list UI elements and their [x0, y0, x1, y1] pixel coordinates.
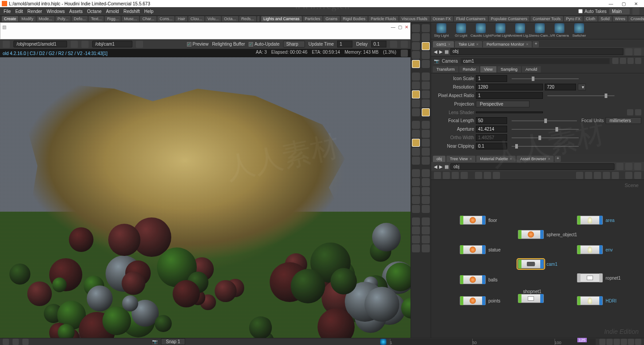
side-tool-icon[interactable]	[422, 130, 430, 138]
side-tool-icon[interactable]	[422, 51, 430, 59]
stub-close-icon[interactable]: ✕	[405, 25, 408, 30]
tl-play-icon[interactable]	[614, 339, 620, 345]
menu-assets[interactable]: Assets	[69, 9, 83, 14]
shelf-tab[interactable]: Modify	[19, 16, 36, 21]
net-wire1-icon[interactable]	[576, 172, 583, 179]
node-ropnet1[interactable]: ropnet1	[577, 273, 621, 282]
relighting-toggle[interactable]: Relighting Buffer	[212, 42, 245, 47]
net-wire2-icon[interactable]	[585, 172, 592, 179]
side-tool-icon[interactable]	[422, 244, 430, 252]
input-res-w[interactable]: 1280	[476, 84, 543, 90]
node-balls[interactable]: balls	[460, 275, 498, 284]
node-env[interactable]: env	[577, 245, 613, 254]
slider-focal[interactable]	[512, 120, 577, 121]
shelf-tab[interactable]: Container Tools	[530, 16, 563, 21]
side-tool-icon[interactable]	[412, 244, 420, 252]
tl-prev-icon[interactable]	[606, 339, 613, 345]
shelf-tool[interactable]: Stereo Cam...	[532, 23, 547, 38]
help-icon[interactable]	[635, 58, 641, 64]
param-tab-transform[interactable]: Transform	[433, 66, 458, 72]
snap-dropdown[interactable]: Snap 1	[161, 338, 185, 345]
side-tool-icon[interactable]	[422, 42, 430, 50]
play-prev-icon[interactable]	[13, 339, 19, 345]
menu-render[interactable]: Render	[27, 9, 42, 14]
side-tool-icon[interactable]	[412, 81, 420, 89]
shelf-tab[interactable]: Defo...	[72, 16, 88, 21]
rop-chooser-icon[interactable]	[3, 41, 10, 48]
menu-windows[interactable]: Windows	[47, 9, 65, 14]
shelf-tab[interactable]: Wires	[613, 16, 627, 21]
param-tab-render[interactable]: Render	[459, 66, 480, 72]
shelf-tool[interactable]: Ambient Lig...	[513, 23, 528, 38]
side-tool-icon[interactable]	[412, 235, 420, 243]
shelf-tab[interactable]: Musc...	[122, 16, 139, 21]
side-tool-icon[interactable]	[412, 205, 420, 213]
render-viewport[interactable]	[0, 57, 411, 338]
rop-expand-icon[interactable]	[71, 41, 78, 48]
input-res-h[interactable]: 720	[545, 84, 576, 90]
side-tool-icon[interactable]	[412, 33, 420, 41]
network-tab[interactable]: Asset Browser×	[517, 156, 554, 162]
cam-path-field[interactable]: /obj/cam1	[92, 41, 132, 47]
side-tool-icon[interactable]	[412, 72, 420, 81]
play-first-icon[interactable]	[3, 339, 9, 345]
shelf-tab[interactable]: Volu...	[205, 16, 221, 21]
side-tool-icon[interactable]	[412, 130, 420, 138]
side-tool-icon[interactable]	[422, 169, 430, 177]
side-tool-icon[interactable]	[412, 196, 420, 204]
add-tab-button[interactable]: +	[533, 41, 539, 47]
net-expand-icon[interactable]	[634, 163, 641, 170]
side-tool-icon[interactable]	[422, 217, 430, 226]
current-frame[interactable]: 125	[577, 338, 587, 342]
menu-redshift[interactable]: Redshift	[123, 9, 140, 14]
menu-octane[interactable]: Octane	[87, 9, 102, 14]
input-nearclip[interactable]: 0.1	[476, 143, 507, 149]
node-HDRI[interactable]: HDRI	[577, 296, 616, 305]
node-name-field[interactable]: cam1	[461, 58, 610, 64]
net-thumb-icon[interactable]	[461, 172, 468, 179]
cam-chooser-icon[interactable]	[81, 41, 89, 48]
side-tool-icon[interactable]	[422, 139, 430, 147]
res-preset-dropdown[interactable]: ▾	[578, 84, 586, 90]
shelf-tool[interactable]: Caustic Light	[473, 23, 488, 38]
side-tool-icon[interactable]	[412, 139, 420, 147]
lens-op-add-icon[interactable]	[635, 109, 641, 115]
side-tool-icon[interactable]	[412, 90, 420, 98]
shelf-tab[interactable]: Octa...	[222, 16, 238, 21]
timeline-ruler[interactable]: 125 150100	[390, 339, 596, 345]
shelf-tool[interactable]: VR Camera	[552, 23, 567, 38]
delay-field[interactable]: 0.1	[371, 41, 386, 47]
param-tab-view[interactable]: View	[480, 66, 496, 72]
dropdown-focal-units[interactable]: millimeters	[606, 117, 641, 124]
slider-icon-scale[interactable]	[512, 78, 579, 79]
shelf-tab[interactable]: Solid	[598, 16, 612, 21]
window-maximize-button[interactable]: ▢	[617, 0, 630, 7]
shelf-tab[interactable]: Text...	[89, 16, 104, 21]
shelf-tab[interactable]: Lights and Cameras	[261, 16, 302, 21]
shelf-tab[interactable]: Poly...	[55, 16, 71, 21]
update-time-field[interactable]: 1	[337, 41, 352, 47]
take-dropdown[interactable]: Main	[609, 9, 630, 14]
pane-tab[interactable]: Performance Monitor×	[483, 41, 532, 47]
gear-icon[interactable]	[612, 58, 619, 64]
net-gear-icon[interactable]	[625, 163, 632, 170]
slider-par[interactable]	[547, 95, 614, 96]
menu-file[interactable]: File	[4, 9, 11, 14]
shelf-tab[interactable]: Particle Fluids	[369, 16, 398, 21]
render-help-icon[interactable]	[401, 41, 408, 48]
param-tab-arnold[interactable]: Arnold	[522, 66, 541, 72]
network-tab[interactable]: Material Palette×	[476, 156, 516, 162]
flag-icon[interactable]	[620, 58, 626, 64]
input-par[interactable]: 1	[476, 92, 543, 99]
side-tool-icon[interactable]	[422, 24, 430, 32]
input-focal[interactable]: 50	[476, 117, 507, 124]
shelf-tab[interactable]: Pyro FX	[564, 16, 583, 21]
side-tool-icon[interactable]	[412, 121, 420, 129]
net-list-icon[interactable]	[434, 172, 441, 179]
side-tool-icon[interactable]	[422, 99, 430, 107]
shelf-tab[interactable]: Fluid Containers	[454, 16, 488, 21]
lens-op-chooser-icon[interactable]	[627, 109, 633, 115]
tl-last-icon[interactable]	[628, 339, 634, 345]
menu-help[interactable]: Help	[144, 9, 154, 14]
shelf-tool[interactable]: Portal Light	[493, 23, 508, 38]
